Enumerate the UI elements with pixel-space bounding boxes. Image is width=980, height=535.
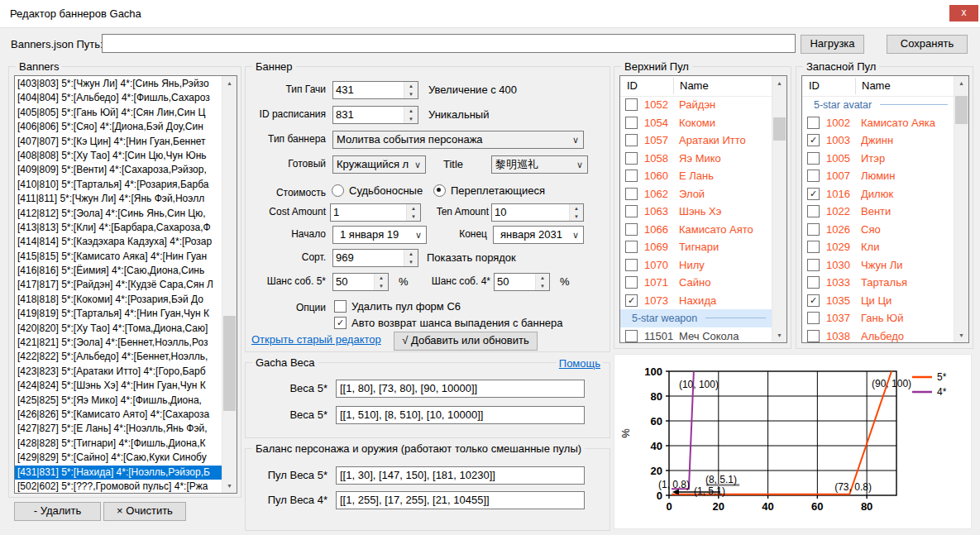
pool-row[interactable]: 1058Яэ Мико — [620, 150, 772, 168]
radio-fate[interactable]: Судьбоносные — [332, 184, 423, 197]
pool-row[interactable]: 1063Шэнь Хэ — [620, 203, 772, 221]
spin-down-icon[interactable]: ▼ — [404, 258, 418, 266]
begin-date-select[interactable]: 1 января 19 ∨ — [332, 226, 427, 244]
banner-row[interactable]: [422|822] 5*:[Альбедо] 4*:[Беннет,Ноэлль… — [15, 350, 222, 364]
checkbox-icon[interactable] — [807, 170, 820, 182]
pool-group-header[interactable]: 5-star avatar — [802, 96, 954, 114]
add-update-button[interactable]: √ Добавить или обновить — [394, 332, 538, 351]
pool-row[interactable]: 1070Нилу — [620, 256, 772, 275]
pool-row[interactable]: 1057Аратаки Итто — [620, 131, 772, 150]
spin-up-icon[interactable]: ▲ — [404, 250, 418, 258]
pool-weights5-input[interactable]: [[1, 30], [147, 150], [181, 10230]] — [336, 466, 585, 485]
checkbox-icon[interactable] — [807, 312, 820, 324]
spin-up-icon[interactable]: ▲ — [404, 107, 418, 115]
checkbox-icon[interactable] — [625, 134, 638, 146]
chance5-spinner[interactable]: 50 ▲▼ — [332, 273, 389, 291]
banner-row[interactable]: [421|821] 5*:[Эола] 4*:[Беннет,Ноэлль,Ро… — [15, 336, 222, 350]
banner-row[interactable]: [413|813] 5*:[Кли] 4*:[Барбара,Сахароза,… — [15, 221, 222, 235]
banner-row[interactable]: [406|806] 5*:[Сяо] 4*:[Диона,Бэй Доу,Син — [15, 120, 222, 134]
pool-row[interactable]: 1005Итэр — [802, 150, 954, 168]
scroll-down-icon[interactable]: ▼ — [772, 328, 786, 342]
banner-row[interactable]: [420|820] 5*:[Ху Тао] 4*:[Тома,Диона,Саю… — [15, 322, 222, 336]
banner-row[interactable]: [416|816] 5*:[Ёимия] 4*:[Саю,Диона,Синь — [15, 264, 222, 278]
scroll-up-icon[interactable]: ▲ — [222, 76, 237, 90]
banner-row[interactable]: [414|814] 5*:[Каэдэхара Кадзуха] 4*:[Роз… — [15, 235, 222, 249]
pool-row[interactable]: 1038Альбедо — [802, 327, 954, 343]
upper-pool-list[interactable]: ID Name 1052Райдэн1054Кокоми1057Аратаки … — [619, 75, 787, 343]
radio-intertwined[interactable]: Переплетающиеся — [433, 184, 545, 197]
banner-row[interactable]: [425|825] 5*:[Яэ Мико] 4*:[Фишль,Диона, — [15, 394, 222, 408]
prefab-select[interactable]: Кружащийся л ∨ — [332, 155, 426, 174]
banner-row[interactable]: [427|827] 5*:[Е Лань] 4*:[Ноэлль,Янь Фэй… — [15, 422, 222, 436]
pool-row[interactable]: 1037Гань Юй — [802, 309, 954, 327]
scrollbar-thumb[interactable] — [773, 117, 786, 141]
pool-row[interactable]: 1054Кокоми — [620, 114, 772, 132]
sort-spinner[interactable]: 969 ▲▼ — [332, 249, 418, 267]
pool-row[interactable]: ✓1016Дилюк — [802, 185, 954, 203]
banner-row[interactable]: [409|809] 5*:[Венти] 4*:[Сахароза,Рэйзор… — [15, 163, 222, 177]
load-button[interactable]: Нагрузка — [801, 35, 864, 54]
column-header-id[interactable]: ID — [627, 79, 638, 92]
banner-type-select[interactable]: Молитва события персонажа ∨ — [332, 131, 584, 149]
spin-up-icon[interactable]: ▲ — [404, 82, 418, 90]
pool-row[interactable]: 1007Люмин — [802, 167, 954, 185]
save-button[interactable]: Сохранять — [887, 35, 968, 54]
banner-row[interactable]: [417|817] 5*:[Райдэн] 4*:[Кудзё Сара,Сян… — [15, 278, 222, 292]
banner-row[interactable]: [411|811] 5*:[Чжун Ли] 4*:[Янь Фэй,Ноэлл — [15, 192, 222, 206]
checkbox-icon[interactable] — [807, 259, 820, 271]
pool-row[interactable]: ✓1003Джинн — [802, 131, 954, 150]
banners-scrollbar[interactable]: ▲ ▼ — [222, 76, 237, 493]
end-date-select[interactable]: января 2031 ∨ — [493, 226, 584, 244]
banner-row[interactable]: [415|815] 5*:[Камисато Аяка] 4*:[Нин Гуа… — [15, 250, 222, 264]
title-select[interactable]: 黎明巡礼 ∨ — [491, 155, 588, 174]
pool-row[interactable]: 1060Е Лань — [620, 167, 772, 185]
scroll-up-icon[interactable]: ▲ — [954, 76, 968, 90]
column-header-name[interactable]: Name — [862, 79, 891, 92]
checkbox-icon[interactable] — [807, 152, 820, 165]
column-header-name[interactable]: Name — [680, 79, 709, 92]
option-remove-pool[interactable]: Удалить пул форм С6 — [334, 300, 461, 313]
chance4-spinner[interactable]: 50 ▲▼ — [494, 273, 550, 291]
banner-row[interactable]: [403|803] 5*:[Чжун Ли] 4*:[Синь Янь,Рэйз… — [15, 77, 222, 91]
banner-row[interactable]: [424|824] 5*:[Шэнь Хэ] 4*:[Нин Гуан,Чун … — [15, 379, 222, 393]
checkbox-checked-icon[interactable]: ✓ — [807, 294, 820, 307]
pool-weights4-input[interactable]: [[1, 255], [17, 255], [21, 10455]] — [336, 491, 585, 509]
banner-row[interactable]: [404|804] 5*:[Альбедо] 4*:[Фишль,Сахароз — [15, 91, 222, 105]
upper-pool-scrollbar[interactable]: ▲ ▼ — [772, 76, 786, 342]
pool-row[interactable]: 1069Тигнари — [620, 238, 772, 256]
weights5b-input[interactable]: [[1, 510], [8, 510], [10, 10000]] — [336, 406, 585, 424]
pool-row[interactable]: 1030Чжун Ли — [802, 256, 954, 275]
checkbox-icon[interactable] — [625, 330, 638, 342]
option-auto-return[interactable]: ✓Авто возврат шанса выпадения с баннера — [334, 317, 563, 329]
weights5-input[interactable]: [[1, 80], [73, 80], [90, 10000]] — [336, 380, 585, 398]
checkbox-icon[interactable] — [807, 223, 820, 236]
spin-down-icon[interactable]: ▼ — [404, 90, 418, 98]
checkbox-icon[interactable] — [625, 98, 638, 111]
pool-row[interactable]: 1071Сайно — [620, 274, 772, 292]
checkbox-icon[interactable] — [807, 276, 820, 289]
banner-row[interactable]: [423|823] 5*:[Аратаки Итто] 4*:[Горо,Бар… — [15, 365, 222, 379]
scroll-down-icon[interactable]: ▼ — [222, 479, 237, 493]
checkbox-icon[interactable] — [625, 276, 638, 289]
banner-row[interactable]: [407|807] 5*:[Кэ Цин] 4*:[Нин Гуан,Бенне… — [15, 135, 222, 149]
scroll-down-icon[interactable]: ▼ — [954, 328, 968, 342]
scrollbar-thumb[interactable] — [223, 316, 236, 411]
gacha-type-spinner[interactable]: 431 ▲▼ — [332, 81, 418, 99]
banner-row[interactable]: [426|826] 5*:[Камисато Аято] 4*:[Сахароз… — [15, 408, 222, 422]
banners-list[interactable]: [403|803] 5*:[Чжун Ли] 4*:[Синь Янь,Рэйз… — [14, 75, 237, 494]
checkbox-icon[interactable] — [625, 152, 638, 165]
column-header-id[interactable]: ID — [809, 79, 820, 92]
checkbox-checked-icon[interactable]: ✓ — [807, 188, 820, 200]
clear-banners-button[interactable]: × Очистить — [103, 502, 186, 521]
pool-group-header[interactable]: 5-star weapon — [620, 309, 772, 327]
checkbox-icon[interactable] — [807, 205, 820, 217]
scroll-up-icon[interactable]: ▲ — [772, 76, 786, 90]
pool-row[interactable]: ✓1073Нахида — [620, 292, 772, 310]
pool-row[interactable]: 1052Райдэн — [620, 96, 772, 114]
pool-row[interactable]: 1026Сяо — [802, 221, 954, 239]
spin-down-icon[interactable]: ▼ — [536, 282, 549, 290]
checkbox-checked-icon[interactable]: ✓ — [807, 134, 820, 146]
pool-row[interactable]: 1022Венти — [802, 203, 954, 221]
pool-row[interactable]: 1062Элой — [620, 185, 772, 203]
help-link[interactable]: Помощь — [557, 357, 603, 370]
